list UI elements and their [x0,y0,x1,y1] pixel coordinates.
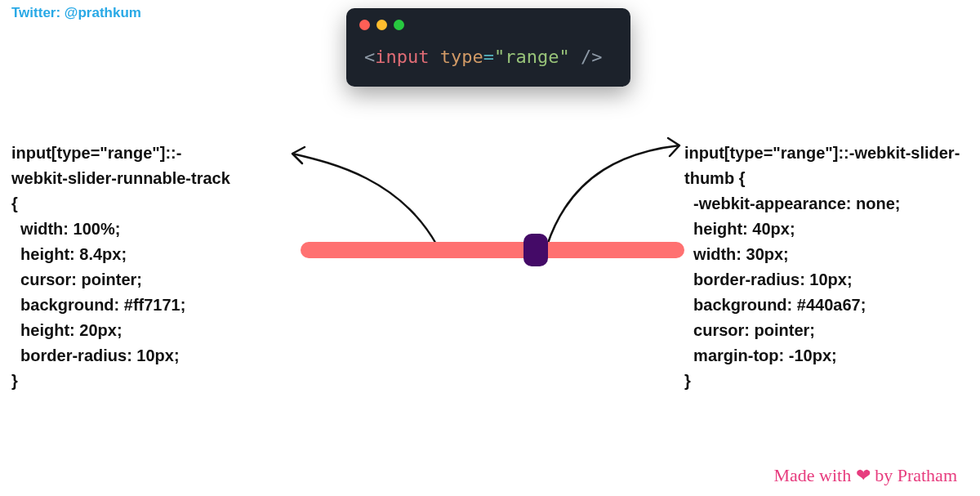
code-equals: = [483,47,494,67]
footer-credit: Made with ❤ by Pratham [773,465,957,486]
window-traffic-lights [346,8,630,38]
twitter-handle[interactable]: Twitter: @prathkum [11,5,141,21]
code-attr-name: type [440,47,483,67]
code-snippet: <input type="range" /> [346,38,630,72]
traffic-close-icon [359,20,370,30]
code-tag-name: input [375,47,429,67]
footer-suffix: by Pratham [871,465,957,485]
traffic-minimize-icon [376,20,387,30]
thumb-css-block: input[type="range"]::-webkit-slider- thu… [684,141,978,394]
traffic-zoom-icon [394,20,404,30]
code-attr-value: "range" [494,47,570,67]
code-angle-open: < [364,47,375,67]
range-slider-wrap [301,242,684,261]
footer-prefix: Made with [773,465,855,485]
range-slider[interactable] [301,242,684,258]
track-css-block: input[type="range"]::- webkit-slider-run… [11,141,273,394]
code-angle-close: /> [581,47,603,67]
heart-icon: ❤ [856,465,871,485]
code-window: <input type="range" /> [346,8,630,87]
